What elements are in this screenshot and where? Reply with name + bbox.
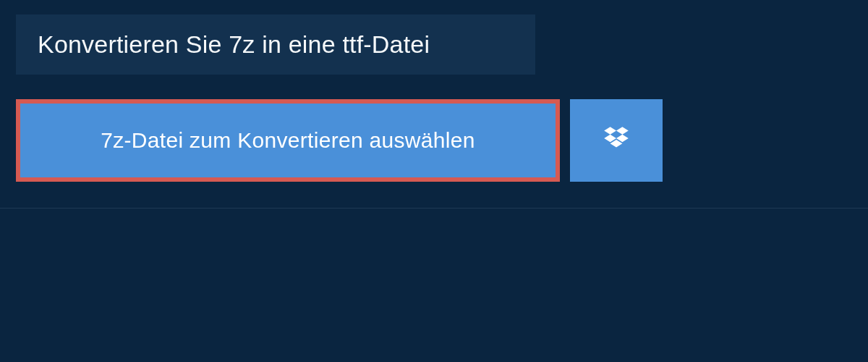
dropbox-button[interactable] bbox=[570, 99, 663, 182]
page-header: Konvertieren Sie 7z in eine ttf-Datei bbox=[16, 14, 535, 75]
select-file-label: 7z-Datei zum Konvertieren auswählen bbox=[101, 128, 475, 152]
dropbox-icon bbox=[601, 124, 631, 157]
action-row: 7z-Datei zum Konvertieren auswählen bbox=[16, 99, 868, 182]
page-title: Konvertieren Sie 7z in eine ttf-Datei bbox=[38, 30, 514, 59]
section-divider bbox=[0, 208, 868, 209]
select-file-button[interactable]: 7z-Datei zum Konvertieren auswählen bbox=[16, 99, 560, 182]
